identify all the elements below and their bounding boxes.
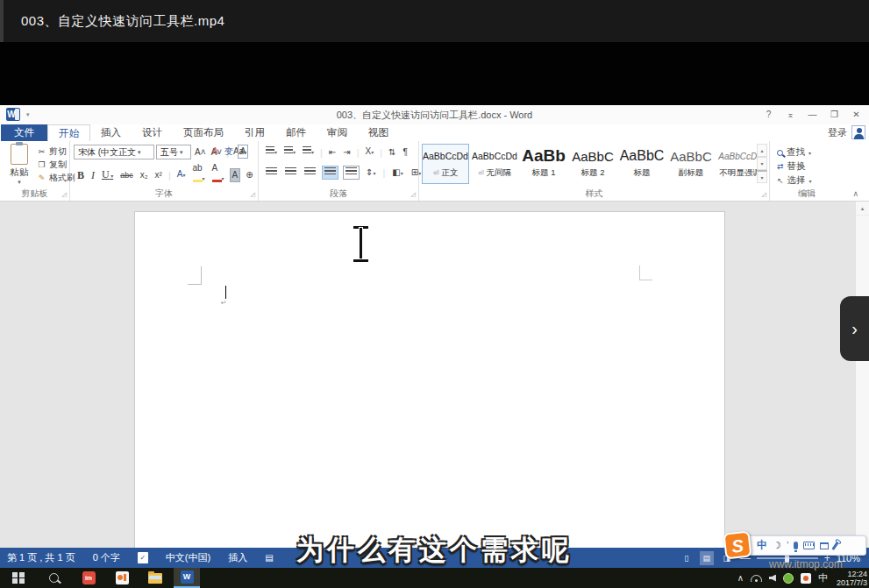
sort-button[interactable]: ⇅ [387,146,397,159]
close-button[interactable]: ✕ [845,105,867,124]
show-marks-button[interactable]: ¶ [401,146,409,159]
multilevel-list-button[interactable]: ▾ [301,145,316,159]
taskbar-file-explorer[interactable] [142,568,168,588]
document-area: ↵ ▴ [0,202,869,548]
styles-dialog-launcher-icon[interactable]: ◿ [762,191,766,198]
style-heading2[interactable]: AaBbC 标题 2 [569,144,616,184]
playlist-flyout-chevron[interactable]: › [840,296,869,361]
decrease-indent-button[interactable]: ⇤ [327,146,338,159]
styles-scroll-down-icon[interactable]: ▾ [757,157,767,170]
font-dialog-launcher-icon[interactable]: ◿ [251,191,255,198]
sogou-ime-toolbar: S 中 ☽ ’ [724,534,866,557]
taskbar-app-itmop[interactable]: im [75,568,102,588]
paste-button[interactable]: 粘贴 ▾ [4,144,35,186]
scroll-up-icon[interactable]: ▴ [856,202,869,216]
highlight-button[interactable]: ab▾ [191,165,207,185]
tab-references[interactable]: 引用 [234,124,275,141]
format-painter-icon: ✎ [37,174,46,182]
ime-language-indicator[interactable]: 中 [818,571,828,584]
help-button[interactable]: ? [758,105,780,124]
tab-design[interactable]: 设计 [132,124,173,141]
style-title[interactable]: AaBbC 标题 [618,144,666,184]
collapse-ribbon-icon[interactable]: ∧ [852,189,858,198]
asian-layout-button[interactable]: X▾ [364,145,376,159]
start-button[interactable] [5,568,32,588]
styles-gallery-scroll: ▴ ▾ ▾ [757,144,767,183]
sogou-logo-icon[interactable]: S [723,531,752,560]
character-border-button[interactable]: A [238,145,249,159]
align-right-button[interactable] [303,166,317,179]
bullets-button[interactable]: ▾ [264,145,279,159]
bold-button[interactable]: B [75,169,86,181]
taskbar-app-powerpoint[interactable] [109,568,135,588]
line-spacing-button[interactable]: ⇕▾ [364,166,377,180]
tab-page-layout[interactable]: 页面布局 [173,124,234,141]
tray-green-app-icon[interactable] [783,573,794,584]
numbering-button[interactable]: ▾ [282,145,297,159]
select-button[interactable]: ↖ 选择▾ [777,174,812,188]
find-button[interactable]: 查找▾ [777,145,812,159]
grow-font-button[interactable]: A˄ [193,146,208,159]
increase-indent-button[interactable]: ⇥ [341,146,352,159]
avatar-icon[interactable] [851,125,865,139]
italic-button[interactable]: I [89,169,96,181]
align-left-button[interactable] [264,166,279,179]
shading-button[interactable]: ◧▾ [390,166,404,180]
paste-dropdown-icon[interactable]: ▾ [4,179,35,186]
ime-microphone-icon[interactable] [794,542,798,549]
character-shading-button[interactable]: A [230,168,241,182]
replace-button[interactable]: ⇄ 替换 [777,159,812,174]
speaker-icon[interactable] [769,575,776,582]
tab-file[interactable]: 文件 [1,124,47,141]
show-hidden-icons[interactable]: ∧ [737,573,744,583]
restore-button[interactable]: ❐ [823,105,845,124]
superscript-button[interactable]: x² [153,169,164,181]
font-name-combo[interactable]: 宋体 (中文正文▾ [74,145,154,159]
tab-review[interactable]: 审阅 [317,124,358,141]
tab-insert[interactable]: 插入 [90,124,132,141]
ime-settings-wrench-icon[interactable] [832,542,839,550]
taskbar-app-word-active[interactable]: W [174,568,200,588]
styles-group: AaBbCcDd ⏎ 正文 AaBbCcDd ⏎ 无间隔 AaBb 标题 1 A… [419,141,770,201]
tab-mailings[interactable]: 邮件 [275,124,317,141]
text-effects-button[interactable]: A▾ [175,168,188,181]
clipboard-dialog-launcher-icon[interactable]: ◿ [62,191,67,198]
style-subtitle[interactable]: AaBbC 副标题 [667,144,715,184]
itmop-app-icon: im [82,571,96,584]
style-no-spacing[interactable]: AaBbCcDd ⏎ 无间隔 [471,144,518,184]
styles-scroll-up-icon[interactable]: ▴ [757,144,767,157]
style-normal[interactable]: AaBbCcDd ⏎ 正文 [422,144,469,184]
taskbar-clock[interactable]: 12:24 2017/7/3 [837,570,867,587]
justify-button[interactable] [322,166,338,180]
minimize-button[interactable]: — [801,105,823,124]
document-page[interactable]: ↵ [134,211,725,548]
ime-soft-keyboard-icon[interactable] [803,542,815,549]
vertical-scrollbar[interactable]: ▴ [855,202,869,548]
ime-toolbox-icon[interactable] [820,542,829,549]
tab-view[interactable]: 视图 [358,124,399,141]
paragraph-group-label: 段落 [259,188,418,200]
font-size-combo[interactable]: 五号▾ [156,145,191,159]
taskbar-search-button[interactable] [40,568,67,588]
phonetic-guide-button[interactable]: 变 [223,145,235,158]
ime-fullhalf-moon-icon[interactable]: ☽ [773,541,781,550]
tray-sogou-icon[interactable] [801,573,811,584]
strikethrough-button[interactable]: abc [118,169,135,181]
subscript-button[interactable]: x₂ [139,169,150,181]
ribbon-display-options-button[interactable]: ⌅ [780,105,801,124]
font-color-button[interactable]: A▾ [210,165,226,185]
clear-formatting-button[interactable]: A [210,145,220,158]
wifi-icon[interactable] [751,574,762,582]
style-heading1[interactable]: AaBb 标题 1 [520,144,567,184]
styles-more-icon[interactable]: ▾ [757,170,767,183]
sign-in[interactable]: 登录 [828,125,865,139]
underline-button[interactable]: U ▾ [100,168,115,182]
tab-home[interactable]: 开始 [47,124,90,141]
cut-icon: ✂ [37,147,46,156]
paragraph-dialog-launcher-icon[interactable]: ◿ [411,191,416,198]
ime-punctuation-icon[interactable]: ’ [787,541,788,550]
ime-chinese-mode-icon[interactable]: 中 [757,541,767,550]
align-center-button[interactable] [283,166,298,179]
enclose-characters-button[interactable]: ⊕ [244,169,254,181]
distribute-button[interactable] [343,166,360,180]
